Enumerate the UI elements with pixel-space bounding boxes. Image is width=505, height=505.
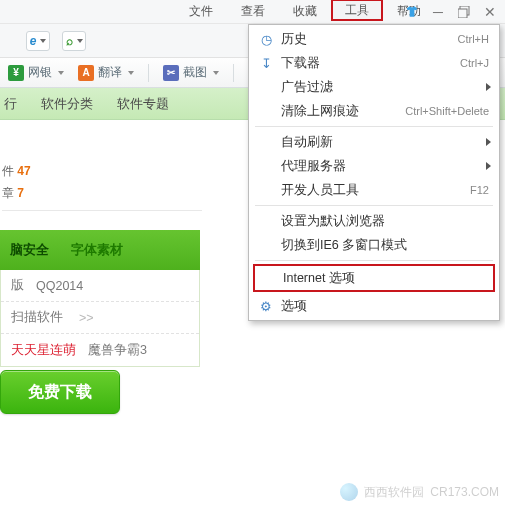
watermark-site: 西西软件园 bbox=[364, 484, 424, 501]
menu-fav[interactable]: 收藏 bbox=[279, 0, 331, 23]
counts-row-1: 件 47 bbox=[2, 160, 202, 182]
skin-button[interactable] bbox=[401, 3, 423, 21]
item-col2: QQ2014 bbox=[36, 279, 83, 293]
nav-tab-1[interactable]: 软件分类 bbox=[41, 95, 93, 113]
bank-icon: ¥ bbox=[8, 65, 24, 81]
bookmark-label: 翻译 bbox=[98, 64, 122, 81]
menu-item-options[interactable]: ⚙ 选项 bbox=[249, 294, 499, 318]
ie-favicon-button[interactable]: e bbox=[26, 31, 50, 51]
menu-view[interactable]: 查看 bbox=[227, 0, 279, 23]
bookmark-bank[interactable]: ¥ 网银 bbox=[8, 64, 64, 81]
chevron-down-icon bbox=[58, 71, 64, 75]
svg-rect-1 bbox=[458, 9, 467, 18]
menubar: 文件 查看 收藏 工具 帮助 ─ ✕ bbox=[0, 0, 505, 24]
bookmark-label: 截图 bbox=[183, 64, 207, 81]
translate-icon: A bbox=[78, 65, 94, 81]
menu-separator bbox=[255, 205, 493, 206]
menu-item-adblock[interactable]: 广告过滤 bbox=[249, 75, 499, 99]
restore-button[interactable] bbox=[453, 3, 475, 21]
blank-icon bbox=[257, 157, 275, 175]
item-col1: 版 bbox=[11, 277, 24, 294]
list-item[interactable]: 扫描软件 >> bbox=[1, 302, 199, 334]
more-indicator: >> bbox=[79, 311, 94, 325]
menu-item-label: 广告过滤 bbox=[281, 79, 499, 96]
counts-value: 47 bbox=[17, 164, 30, 178]
menu-item-default-browser[interactable]: 设置为默认浏览器 bbox=[249, 209, 499, 233]
nav-tab-0[interactable]: 行 bbox=[4, 95, 17, 113]
menu-item-devtools[interactable]: 开发人员工具 F12 bbox=[249, 178, 499, 202]
menu-item-label: 选项 bbox=[281, 298, 499, 315]
chevron-right-icon bbox=[486, 83, 491, 91]
gear-icon: ⚙ bbox=[257, 297, 275, 315]
nav-tab-2[interactable]: 软件专题 bbox=[117, 95, 169, 113]
restore-icon bbox=[458, 6, 470, 18]
menu-item-shortcut: Ctrl+H bbox=[458, 33, 489, 45]
counts-block: 件 47 章 7 bbox=[2, 160, 202, 219]
minimize-button[interactable]: ─ bbox=[427, 3, 449, 21]
menu-item-proxy[interactable]: 代理服务器 bbox=[249, 154, 499, 178]
menu-item-shortcut: Ctrl+J bbox=[460, 57, 489, 69]
menu-item-autorefresh[interactable]: 自动刷新 bbox=[249, 130, 499, 154]
item-col1: 扫描软件 bbox=[11, 309, 63, 326]
bookmark-translate[interactable]: A 翻译 bbox=[78, 64, 134, 81]
bookmark-snip[interactable]: ✂ 截图 bbox=[163, 64, 219, 81]
download-button[interactable]: 免费下载 bbox=[0, 370, 120, 414]
menu-item-label: Internet 选项 bbox=[283, 270, 493, 287]
blank-icon bbox=[257, 181, 275, 199]
watermark: 西西软件园 CR173.COM bbox=[340, 483, 499, 501]
menu-separator bbox=[255, 260, 493, 261]
blank-icon bbox=[257, 133, 275, 151]
chevron-down-icon bbox=[213, 71, 219, 75]
panel-head-item-1[interactable]: 字体素材 bbox=[71, 241, 123, 259]
clock-icon: ◷ bbox=[257, 30, 275, 48]
list-item[interactable]: 天天星连萌 魔兽争霸3 bbox=[1, 334, 199, 366]
list-item[interactable]: 版 QQ2014 bbox=[1, 270, 199, 302]
tools-menu: ◷ 历史 Ctrl+H ↧ 下载器 Ctrl+J 广告过滤 清除上网痕迹 Ctr… bbox=[248, 24, 500, 321]
separator bbox=[148, 64, 149, 82]
counts-label: 件 bbox=[2, 164, 14, 178]
chevron-down-icon bbox=[128, 71, 134, 75]
menu-file[interactable]: 文件 bbox=[175, 0, 227, 23]
panel-head-item-0[interactable]: 脑安全 bbox=[10, 241, 49, 259]
item-col1: 天天星连萌 bbox=[11, 342, 76, 359]
search-icon: ⌕ bbox=[66, 34, 73, 48]
menu-item-label: 切换到IE6 多窗口模式 bbox=[281, 237, 499, 254]
menu-item-label: 开发人员工具 bbox=[281, 182, 470, 199]
counts-label: 章 bbox=[2, 186, 14, 200]
divider bbox=[2, 210, 202, 211]
menu-item-label: 代理服务器 bbox=[281, 158, 499, 175]
counts-row-2: 章 7 bbox=[2, 182, 202, 204]
blank-icon bbox=[257, 212, 275, 230]
chevron-down-icon bbox=[77, 39, 83, 43]
menu-item-shortcut: F12 bbox=[470, 184, 489, 196]
blank-icon bbox=[257, 102, 275, 120]
menu-item-history[interactable]: ◷ 历史 Ctrl+H bbox=[249, 27, 499, 51]
shirt-icon bbox=[405, 5, 419, 19]
blank-icon bbox=[257, 236, 275, 254]
window-controls: ─ ✕ bbox=[401, 0, 501, 24]
menu-item-label: 设置为默认浏览器 bbox=[281, 213, 499, 230]
menu-item-label: 下载器 bbox=[281, 55, 460, 72]
menu-item-internet-options[interactable]: Internet 选项 bbox=[253, 264, 495, 292]
item-col2: 魔兽争霸3 bbox=[88, 342, 147, 359]
chevron-down-icon bbox=[40, 39, 46, 43]
menu-item-label: 清除上网痕迹 bbox=[281, 103, 405, 120]
watermark-url: CR173.COM bbox=[430, 485, 499, 499]
chevron-right-icon bbox=[486, 138, 491, 146]
separator bbox=[233, 64, 234, 82]
close-button[interactable]: ✕ bbox=[479, 3, 501, 21]
menu-item-downloads[interactable]: ↧ 下载器 Ctrl+J bbox=[249, 51, 499, 75]
menu-tools[interactable]: 工具 bbox=[331, 0, 383, 21]
blank-icon bbox=[257, 78, 275, 96]
menu-item-shortcut: Ctrl+Shift+Delete bbox=[405, 105, 489, 117]
download-icon: ↧ bbox=[257, 54, 275, 72]
search-favicon-button[interactable]: ⌕ bbox=[62, 31, 86, 51]
menu-item-clear-tracks[interactable]: 清除上网痕迹 Ctrl+Shift+Delete bbox=[249, 99, 499, 123]
download-label: 免费下载 bbox=[28, 382, 92, 403]
site-logo-icon bbox=[340, 483, 358, 501]
blank-icon bbox=[259, 269, 277, 287]
side-panel: 脑安全 字体素材 版 QQ2014 扫描软件 >> 天天星连萌 魔兽争霸3 bbox=[0, 230, 200, 367]
menu-item-ie6-mode[interactable]: 切换到IE6 多窗口模式 bbox=[249, 233, 499, 257]
chevron-right-icon bbox=[486, 162, 491, 170]
menu-item-label: 自动刷新 bbox=[281, 134, 499, 151]
